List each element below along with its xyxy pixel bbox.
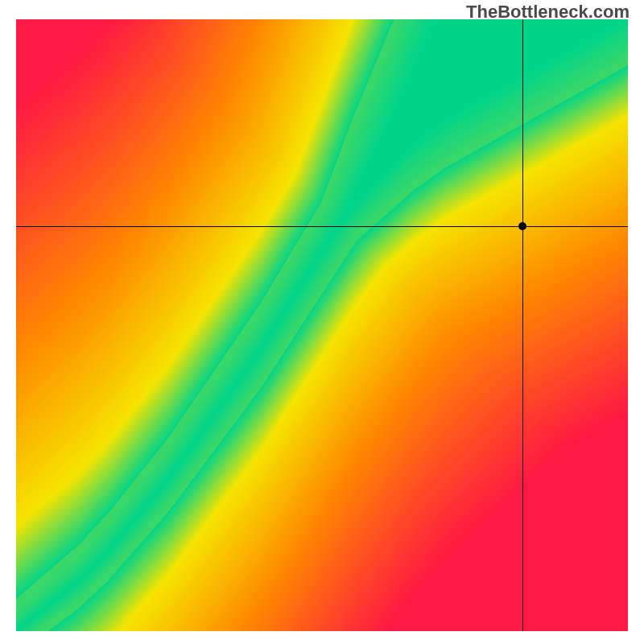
heatmap-plot	[16, 19, 628, 631]
heatmap-canvas	[16, 19, 628, 631]
chart-container: TheBottleneck.com	[0, 0, 644, 644]
crosshair-vertical	[522, 19, 523, 631]
crosshair-horizontal	[16, 226, 628, 227]
watermark-text: TheBottleneck.com	[466, 2, 630, 23]
selection-marker	[518, 222, 526, 230]
